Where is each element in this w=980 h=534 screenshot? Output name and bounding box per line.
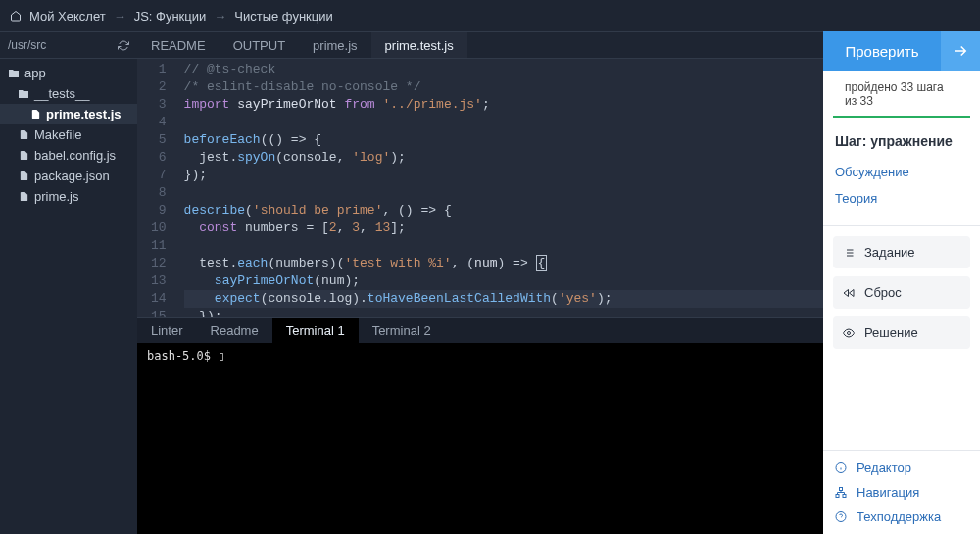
tree-label: babel.config.js: [34, 148, 116, 163]
path-text: /usr/src: [8, 38, 46, 52]
next-button[interactable]: [941, 31, 980, 71]
bottom-tab-terminal2[interactable]: Terminal 2: [359, 318, 445, 343]
step-links: Обсуждение Теория: [823, 159, 980, 225]
path-bar: /usr/src: [0, 31, 137, 59]
check-button[interactable]: Проверить: [823, 31, 941, 71]
link-theory[interactable]: Теория: [835, 185, 968, 212]
editor-tabs: README OUTPUT prime.js prime.test.js: [137, 31, 823, 59]
code-content[interactable]: // @ts-check /* eslint-disable no-consol…: [176, 59, 823, 317]
svg-rect-4: [840, 488, 843, 491]
footer-editor[interactable]: Редактор: [835, 461, 968, 475]
tree-label: app: [24, 66, 46, 80]
svg-rect-6: [843, 495, 846, 498]
progress-text: пройдено 33 шага из 33: [833, 71, 970, 118]
editor-area: README OUTPUT prime.js prime.test.js 123…: [137, 31, 823, 534]
tree-folder-app[interactable]: app: [0, 63, 137, 83]
terminal-cursor: ▯: [218, 349, 224, 363]
chevron-right-icon: →: [214, 9, 226, 24]
tree-label: prime.test.js: [46, 107, 122, 121]
file-explorer: /usr/src app __tests__ prime.test.js Mak…: [0, 31, 137, 534]
rewind-icon: [843, 287, 855, 299]
home-icon: [10, 10, 22, 22]
tree-folder-tests[interactable]: __tests__: [0, 83, 137, 104]
terminal[interactable]: bash-5.0$ ▯: [137, 343, 823, 534]
folder-open-icon: [18, 88, 29, 100]
link-discussion[interactable]: Обсуждение: [835, 159, 968, 185]
check-bar: Проверить: [823, 31, 980, 71]
breadcrumb: Мой Хекслет → JS: Функции → Чистые функц…: [0, 0, 980, 31]
code-editor[interactable]: 123456789101112131415 // @ts-check /* es…: [137, 59, 823, 317]
folder-open-icon: [8, 68, 20, 79]
action-label: Сброс: [864, 285, 902, 300]
footer-label: Редактор: [857, 461, 911, 475]
tree-label: Makefile: [34, 127, 81, 142]
action-task[interactable]: Задание: [833, 236, 970, 268]
divider: [823, 225, 980, 226]
tree-label: __tests__: [34, 86, 89, 101]
eye-icon: [843, 327, 855, 339]
list-icon: [843, 247, 855, 259]
file-icon: [18, 170, 29, 182]
right-panel: Проверить пройдено 33 шага из 33 Шаг: уп…: [823, 31, 980, 534]
step-title: Шаг: упражнение: [823, 118, 980, 159]
footer-support[interactable]: Техподдержка: [835, 510, 968, 524]
info-icon: [835, 462, 847, 474]
file-icon: [18, 191, 29, 203]
action-label: Решение: [864, 325, 918, 340]
crumb-home[interactable]: Мой Хекслет: [29, 9, 106, 24]
file-tree: app __tests__ prime.test.js Makefile bab…: [0, 59, 137, 211]
refresh-icon[interactable]: [118, 39, 129, 51]
tree-label: package.json: [34, 169, 110, 183]
sitemap-icon: [835, 487, 847, 499]
svg-marker-0: [844, 289, 849, 296]
bottom-tab-readme[interactable]: Readme: [197, 318, 272, 343]
help-icon: [835, 511, 847, 523]
crumb-course[interactable]: JS: Функции: [134, 9, 207, 24]
tab-prime-js[interactable]: prime.js: [299, 32, 371, 58]
file-icon: [18, 150, 29, 162]
chevron-right-icon: →: [114, 9, 126, 24]
tree-file[interactable]: Makefile: [0, 124, 137, 145]
tree-file[interactable]: babel.config.js: [0, 145, 137, 166]
tree-file[interactable]: package.json: [0, 166, 137, 186]
svg-marker-1: [850, 289, 855, 296]
footer-label: Техподдержка: [857, 510, 941, 524]
footer-links: Редактор Навигация Техподдержка: [823, 450, 980, 534]
tab-prime-test-js[interactable]: prime.test.js: [371, 32, 467, 58]
action-solution[interactable]: Решение: [833, 316, 970, 349]
bottom-tabs: Linter Readme Terminal 1 Terminal 2: [137, 317, 823, 343]
tab-readme[interactable]: README: [137, 32, 220, 58]
bottom-tab-terminal1[interactable]: Terminal 1: [272, 318, 359, 343]
action-label: Задание: [864, 245, 915, 260]
action-reset[interactable]: Сброс: [833, 276, 970, 309]
tab-output[interactable]: OUTPUT: [220, 32, 299, 58]
tree-label: prime.js: [34, 189, 79, 204]
bottom-tab-linter[interactable]: Linter: [137, 318, 197, 343]
tree-file[interactable]: prime.js: [0, 186, 137, 207]
terminal-prompt: bash-5.0$: [147, 349, 218, 363]
svg-point-2: [848, 331, 851, 334]
svg-rect-5: [836, 495, 839, 498]
line-gutter: 123456789101112131415: [137, 59, 176, 317]
crumb-lesson[interactable]: Чистые функции: [234, 9, 332, 24]
footer-label: Навигация: [857, 485, 919, 500]
footer-navigation[interactable]: Навигация: [835, 485, 968, 500]
tree-file-prime-test[interactable]: prime.test.js: [0, 104, 137, 124]
file-icon: [18, 129, 29, 141]
action-list: Задание Сброс Решение: [823, 236, 980, 349]
file-icon: [29, 109, 41, 121]
